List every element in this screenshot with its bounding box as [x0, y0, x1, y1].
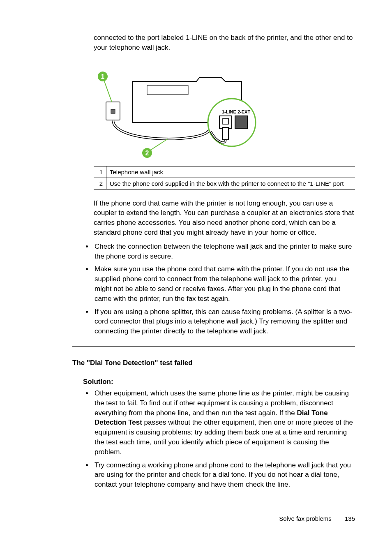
svg-rect-1: [111, 109, 115, 113]
legend-text: Telephone wall jack: [106, 166, 355, 178]
list-item: Other equipment, which uses the same pho…: [93, 388, 355, 457]
legend-number: 1: [94, 166, 106, 178]
svg-rect-15: [235, 116, 247, 128]
svg-line-9: [151, 139, 168, 150]
solution-label: Solution:: [83, 378, 355, 386]
intro-paragraph: connected to the port labeled 1-LINE on …: [94, 33, 355, 53]
diagram-legend-table: 1 Telephone wall jack 2 Use the phone co…: [94, 166, 355, 189]
legend-number: 2: [94, 178, 106, 189]
svg-rect-16: [223, 127, 228, 140]
footer-page-number: 135: [345, 515, 355, 522]
list-item: Make sure you use the phone cord that ca…: [93, 264, 355, 303]
body-paragraph: If the phone cord that came with the pri…: [94, 199, 355, 238]
list-item: Try connecting a working phone and phone…: [93, 460, 355, 490]
document-page: connected to the port labeled 1-LINE on …: [0, 0, 392, 538]
svg-text:2: 2: [145, 150, 149, 157]
svg-text:1-LINE: 1-LINE: [222, 109, 236, 114]
table-row: 2 Use the phone cord supplied in the box…: [94, 178, 355, 189]
svg-text:2-EXT: 2-EXT: [238, 109, 250, 114]
page-footer: Solve fax problems 135: [72, 515, 355, 522]
list-item: If you are using a phone splitter, this …: [93, 307, 355, 336]
connection-diagram: 1 2 1-LINE 2-EXT: [94, 61, 355, 161]
svg-line-6: [104, 81, 112, 102]
section-heading: The "Dial Tone Detection" test failed: [72, 359, 355, 367]
bullet-list: Check the connection between the telepho…: [83, 242, 355, 336]
list-item: Check the connection between the telepho…: [93, 242, 355, 261]
table-row: 1 Telephone wall jack: [94, 166, 355, 178]
bullet-list: Other equipment, which uses the same pho…: [83, 388, 355, 490]
legend-text: Use the phone cord supplied in the box w…: [106, 178, 355, 189]
section-divider: [72, 346, 355, 347]
svg-rect-14: [223, 118, 228, 124]
svg-rect-2: [147, 85, 188, 95]
svg-text:1: 1: [101, 73, 105, 80]
footer-section-title: Solve fax problems: [279, 515, 332, 522]
